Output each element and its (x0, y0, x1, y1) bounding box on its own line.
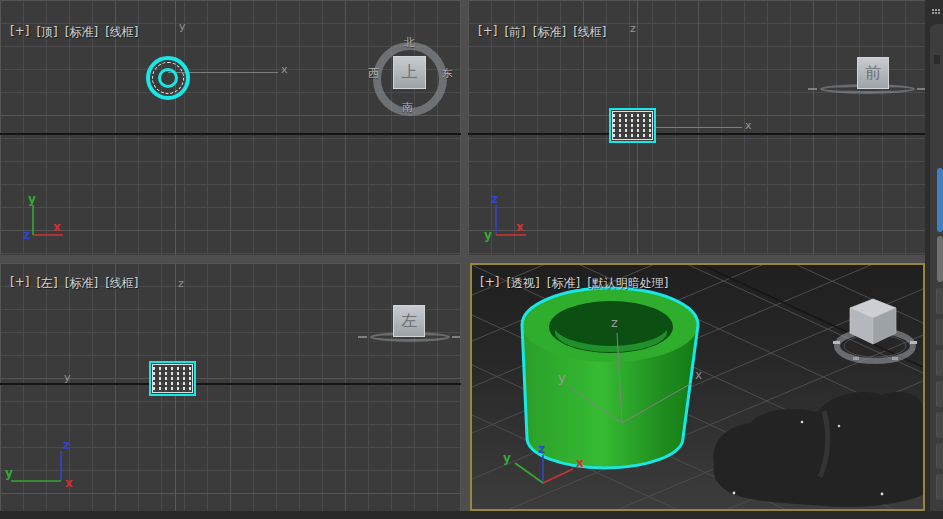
tripod-y-label: y (179, 20, 186, 33)
svg-text:y: y (28, 192, 36, 206)
viewport-menu-style[interactable]: [标准] (533, 24, 566, 41)
panel-rollout-stub[interactable] (936, 381, 943, 407)
world-axis-gizmo-icon: z x y (470, 191, 534, 247)
viewcube-ring-tick (833, 341, 840, 344)
viewport-menu-general[interactable]: [+] (10, 275, 29, 292)
svg-text:y: y (503, 451, 511, 465)
viewport-menu-style[interactable]: [标准] (547, 275, 580, 292)
viewport-menu-style[interactable]: [标准] (65, 24, 98, 41)
viewcube-face[interactable]: 左 (393, 305, 425, 337)
viewport-left-label: [+] [左] [标准] [线框] (10, 275, 139, 292)
panel-rollout-stub[interactable] (936, 443, 943, 469)
svg-text:z: z (491, 192, 498, 206)
panel-grip-icon[interactable] (932, 9, 934, 11)
viewport-top-label: [+] [顶] [标准] [线框] (10, 24, 139, 41)
grid-origin-hline (468, 133, 925, 135)
svg-text:y: y (484, 228, 492, 242)
viewcube-face-label: 左 (401, 311, 417, 332)
viewport-perspective-canvas[interactable]: z y x z x y [+] [透视] [标准] [默认明暗处理] (470, 263, 925, 511)
viewport-left-canvas[interactable]: z y [+] [左] [标准] [线框] 左 z y x (0, 263, 461, 511)
viewport-front-canvas[interactable]: x z [+] [前] [标准] [线框] 前 z x y (468, 0, 925, 255)
svg-text:z: z (63, 438, 70, 452)
tripod-y-label: y (558, 370, 566, 385)
svg-text:x: x (53, 220, 61, 234)
panel-scrollbar-thumb[interactable] (937, 168, 943, 232)
grid-origin-vline (175, 0, 176, 255)
viewcube-ring-tick (917, 88, 925, 90)
viewport-menu-shading[interactable]: [线框] (105, 275, 138, 292)
viewcube-face-label: 上 (402, 62, 418, 83)
selected-tube-3d[interactable] (522, 288, 698, 468)
panel-rollout-stub[interactable] (936, 288, 943, 314)
max-viewport-layout: x y [+] [顶] [标准] [线框] 上 北 南 西 东 y x z (0, 0, 943, 519)
panel-rollout-stub[interactable] (936, 474, 943, 500)
viewcube-compass-west[interactable]: 西 (368, 66, 379, 81)
world-axis-gizmo-icon: y x z (7, 191, 71, 247)
tube-wireframe-segments (152, 364, 193, 393)
panel-rollout-stub[interactable] (936, 412, 943, 438)
status-bar-edge (0, 511, 943, 519)
viewport-top-canvas[interactable]: x y [+] [顶] [标准] [线框] 上 北 南 西 东 y x z (0, 0, 461, 255)
viewport-menu-pov[interactable]: [透视] (506, 275, 539, 292)
grid-origin-hline (0, 133, 461, 135)
viewport-menu-shading[interactable]: [线框] (105, 24, 138, 41)
panel-rollout-stub[interactable] (937, 236, 943, 282)
world-axis-gizmo-icon: z y x (9, 437, 73, 493)
svg-text:y: y (5, 466, 13, 480)
viewcube-face-label: 前 (865, 63, 881, 84)
viewport-menu-shading[interactable]: [默认明暗处理] (587, 275, 668, 292)
viewcube-compass-east[interactable]: 东 (442, 66, 453, 81)
svg-text:x: x (516, 220, 524, 234)
viewport-menu-general[interactable]: [+] (478, 24, 497, 41)
viewport-menu-pov[interactable]: [前] (504, 24, 525, 41)
tube-wireframe-segments (612, 111, 653, 140)
tripod-x-label: x (745, 119, 752, 132)
viewport-menu-general[interactable]: [+] (10, 24, 29, 41)
svg-text:z: z (23, 228, 30, 242)
selected-tube-front-view[interactable] (609, 108, 656, 143)
viewport-menu-pov[interactable]: [顶] (36, 24, 57, 41)
svg-text:x: x (576, 456, 584, 470)
viewcube-face[interactable]: 前 (857, 57, 889, 89)
viewcube-face[interactable]: 上 (393, 56, 426, 89)
viewport-menu-general[interactable]: [+] (480, 275, 499, 292)
tripod-y-label: y (64, 371, 71, 384)
viewport-menu-shading[interactable]: [线框] (573, 24, 606, 41)
viewcube-ring-tick (452, 336, 460, 338)
panel-rollout-stub[interactable] (936, 350, 943, 376)
viewcube-ring-tick (808, 88, 817, 90)
viewcube-compass-north[interactable]: 北 (404, 35, 415, 50)
svg-text:z: z (538, 442, 545, 456)
svg-text:x: x (65, 476, 73, 490)
viewcube-3d[interactable] (833, 299, 917, 361)
panel-rollout-stub[interactable] (936, 319, 943, 345)
viewcube-ring-tick (853, 357, 859, 360)
tube-shadow (713, 392, 923, 507)
selected-tube-top-view[interactable] (146, 56, 190, 100)
viewcube-ring-tick (892, 357, 898, 360)
tripod-z-label: z (630, 22, 636, 35)
tripod-z-label: z (611, 315, 618, 330)
viewport-perspective-label: [+] [透视] [标准] [默认明暗处理] (480, 275, 669, 292)
panel-partial-icon (934, 55, 940, 64)
viewport-front-label: [+] [前] [标准] [线框] (478, 24, 607, 41)
tripod-z-label: z (178, 277, 184, 290)
tripod-x-label: x (695, 368, 702, 382)
tripod-x-label: x (281, 63, 288, 76)
viewcube-ring-tick (358, 336, 367, 338)
perspective-scene: z y x z x y (472, 265, 923, 509)
selected-tube-left-view[interactable] (149, 361, 196, 396)
viewport-menu-pov[interactable]: [左] (36, 275, 57, 292)
viewcube-ring-tick (910, 341, 917, 344)
viewport-menu-style[interactable]: [标准] (65, 275, 98, 292)
viewcube-compass-south[interactable]: 南 (402, 100, 413, 115)
tube-inner-radius (158, 68, 178, 88)
